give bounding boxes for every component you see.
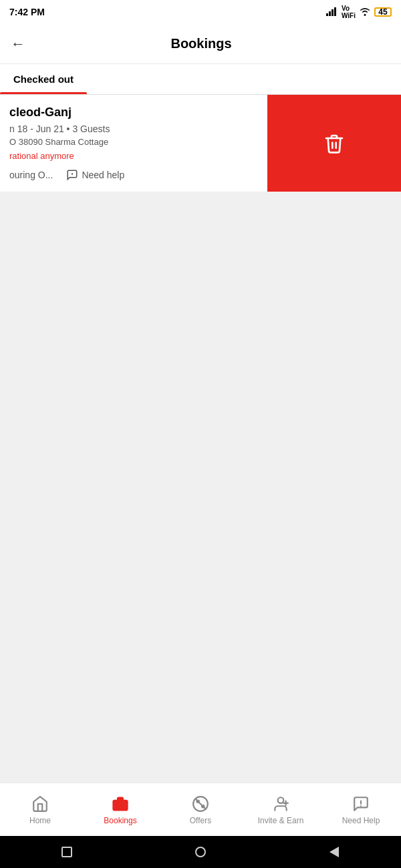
recents-icon	[61, 847, 72, 857]
user-plus-icon	[271, 795, 290, 813]
svg-rect-6	[113, 800, 128, 810]
briefcase-icon	[111, 795, 130, 813]
svg-rect-0	[326, 13, 328, 16]
nav-item-home[interactable]: Home	[0, 795, 80, 825]
offers-icon	[191, 795, 210, 813]
nav-item-bookings[interactable]: Bookings	[80, 795, 160, 825]
help-icon	[352, 795, 370, 813]
nav-label-need-help: Need Help	[342, 816, 380, 825]
touring-link[interactable]: ouring O...	[9, 170, 53, 180]
nav-label-bookings: Bookings	[104, 816, 136, 825]
tabs-bar: Checked out	[0, 64, 401, 95]
nav-item-invite-earn[interactable]: Invite & Earn	[241, 795, 321, 825]
tab-checked-out[interactable]: Checked out	[0, 64, 87, 94]
booking-location: cleod-Ganj	[9, 105, 258, 120]
booking-status: rational anymore	[9, 151, 258, 161]
swipe-delete-panel[interactable]	[267, 95, 401, 192]
android-recents-button[interactable]	[59, 845, 74, 859]
bottom-nav: Home Bookings Offers	[0, 783, 401, 836]
booking-card-row: cleod-Ganj n 18 - Jun 21 • 3 Guests O 38…	[0, 95, 401, 192]
wifi-icon	[359, 7, 371, 18]
nav-item-offers[interactable]: Offers	[160, 795, 241, 825]
nav-label-home: Home	[29, 816, 51, 825]
status-bar: 7:42 PM VoWiFi 45	[0, 0, 401, 24]
page-title: Bookings	[36, 36, 366, 51]
network-type: VoWiFi	[342, 5, 356, 19]
signal-icon	[326, 7, 338, 18]
android-nav	[0, 836, 401, 868]
booking-id: O 38090 Sharma Cottage	[9, 137, 258, 147]
home-icon	[31, 795, 49, 813]
svg-rect-3	[334, 7, 336, 16]
help-chat-icon	[66, 169, 78, 181]
content-area: cleod-Ganj n 18 - Jun 21 • 3 Guests O 38…	[0, 95, 401, 783]
back-arrow-icon	[329, 847, 339, 857]
back-button[interactable]: ←	[11, 37, 25, 51]
need-help-link[interactable]: Need help	[66, 169, 124, 181]
svg-rect-1	[329, 11, 331, 16]
svg-point-10	[202, 805, 204, 807]
booking-card-main[interactable]: cleod-Ganj n 18 - Jun 21 • 3 Guests O 38…	[0, 95, 267, 192]
android-home-button[interactable]	[193, 845, 208, 859]
svg-rect-2	[331, 9, 333, 16]
battery-icon: 45	[374, 7, 392, 17]
header: ← Bookings	[0, 24, 401, 64]
home-circle-icon	[195, 847, 206, 857]
svg-point-9	[197, 800, 199, 802]
booking-dates: n 18 - Jun 21 • 3 Guests	[9, 124, 258, 134]
android-back-button[interactable]	[327, 845, 342, 859]
booking-actions: ouring O... Need help	[9, 169, 258, 181]
nav-item-need-help[interactable]: Need Help	[321, 795, 401, 825]
svg-point-11	[278, 797, 284, 803]
trash-icon	[323, 133, 345, 154]
status-icons: VoWiFi 45	[326, 5, 392, 19]
status-time: 7:42 PM	[9, 7, 45, 17]
nav-label-invite-earn: Invite & Earn	[258, 816, 304, 825]
nav-label-offers: Offers	[190, 816, 211, 825]
